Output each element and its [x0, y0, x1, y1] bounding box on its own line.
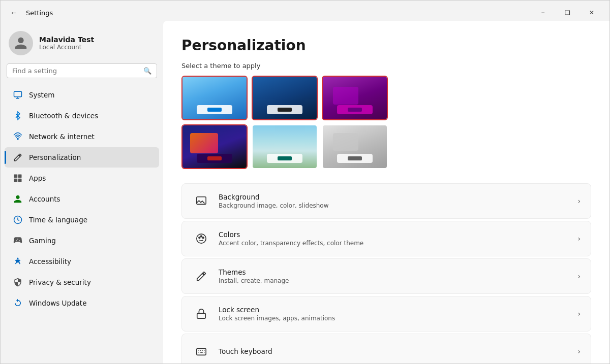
- network-icon: [13, 131, 23, 142]
- settings-item-colors[interactable]: Colors Accent color, transparency effect…: [181, 221, 591, 256]
- window-title: Settings: [26, 9, 53, 17]
- user-info: Malavida Test Local Account: [39, 36, 94, 51]
- theme-card-6[interactable]: [322, 124, 388, 169]
- sidebar: Malavida Test Local Account 🔍 System: [1, 21, 163, 363]
- svg-rect-13: [197, 313, 206, 318]
- personalization-icon: [13, 152, 23, 162]
- colors-icon: [192, 229, 210, 248]
- sidebar-item-system[interactable]: System: [5, 85, 159, 105]
- active-indicator: [5, 151, 6, 164]
- theme-section-label: Select a theme to apply: [181, 62, 591, 70]
- page-title: Personalization: [181, 37, 591, 54]
- svg-rect-3: [18, 175, 22, 178]
- main-content: Personalization Select a theme to apply: [163, 21, 609, 363]
- svg-rect-4: [14, 179, 18, 182]
- lockscreen-desc: Lock screen images, apps, animations: [219, 315, 577, 322]
- settings-item-lockscreen[interactable]: Lock screen Lock screen images, apps, an…: [181, 296, 591, 332]
- gaming-icon: [13, 236, 23, 246]
- themes-icon: [192, 267, 210, 285]
- nav-list: System Bluetooth & devices: [1, 84, 163, 314]
- sidebar-item-label: Accessibility: [29, 257, 71, 266]
- search-input[interactable]: [12, 67, 139, 75]
- lockscreen-icon: [192, 305, 210, 323]
- theme-card-3[interactable]: [322, 76, 388, 120]
- titlebar: ← Settings − ❑ ✕: [1, 1, 609, 21]
- time-icon: [13, 215, 23, 225]
- svg-point-7: [17, 258, 19, 259]
- search-icon: 🔍: [143, 67, 151, 75]
- avatar: [9, 31, 33, 55]
- settings-item-background[interactable]: Background Background image, color, slid…: [181, 183, 591, 219]
- back-button[interactable]: ←: [7, 6, 21, 20]
- sidebar-item-personalization[interactable]: Personalization: [5, 147, 159, 168]
- sidebar-item-privacy[interactable]: Privacy & security: [5, 272, 159, 292]
- search-box[interactable]: 🔍: [7, 63, 157, 78]
- background-text: Background Background image, color, slid…: [219, 193, 577, 209]
- theme-grid: [181, 76, 591, 169]
- touchkeyboard-title: Touch keyboard: [219, 347, 577, 355]
- chevron-right-icon: ›: [577, 197, 581, 205]
- chevron-right-icon: ›: [577, 272, 581, 280]
- svg-point-12: [202, 237, 204, 239]
- chevron-right-icon: ›: [577, 347, 581, 355]
- sidebar-item-time[interactable]: Time & language: [5, 210, 159, 230]
- touchkeyboard-text: Touch keyboard: [219, 347, 577, 355]
- theme-card-1[interactable]: [181, 76, 248, 120]
- colors-text: Colors Accent color, transparency effect…: [219, 230, 577, 247]
- sidebar-item-accounts[interactable]: Accounts: [5, 189, 159, 209]
- svg-point-10: [199, 237, 200, 239]
- colors-desc: Accent color, transparency effects, colo…: [219, 240, 577, 247]
- sidebar-item-label: Time & language: [29, 216, 87, 224]
- privacy-icon: [13, 277, 23, 287]
- sidebar-item-label: Bluetooth & devices: [29, 112, 98, 120]
- sidebar-item-label: Apps: [29, 174, 46, 182]
- user-name: Malavida Test: [39, 36, 94, 44]
- close-button[interactable]: ✕: [580, 5, 603, 21]
- svg-rect-5: [18, 179, 22, 182]
- lockscreen-title: Lock screen: [219, 306, 577, 314]
- titlebar-controls: − ❑ ✕: [531, 5, 603, 21]
- chevron-right-icon: ›: [577, 310, 581, 318]
- settings-item-themes[interactable]: Themes Install, create, manage ›: [181, 258, 591, 294]
- lockscreen-text: Lock screen Lock screen images, apps, an…: [219, 306, 577, 322]
- sidebar-item-update[interactable]: Windows Update: [5, 293, 159, 313]
- system-icon: [13, 90, 23, 100]
- sidebar-item-apps[interactable]: Apps: [5, 168, 159, 188]
- background-desc: Background image, color, slideshow: [219, 202, 577, 209]
- colors-title: Colors: [219, 230, 577, 239]
- sidebar-item-network[interactable]: Network & internet: [5, 126, 159, 147]
- sidebar-item-label: System: [29, 91, 54, 99]
- apps-icon: [13, 173, 23, 183]
- accounts-icon: [13, 194, 23, 204]
- sidebar-item-accessibility[interactable]: Accessibility: [5, 251, 159, 272]
- settings-list: Background Background image, color, slid…: [181, 183, 591, 363]
- svg-rect-14: [197, 349, 206, 355]
- accessibility-icon: [13, 256, 23, 267]
- update-icon: [13, 298, 23, 308]
- svg-rect-2: [14, 175, 18, 178]
- touchkeyboard-icon: [192, 342, 210, 360]
- svg-rect-0: [14, 91, 22, 97]
- sidebar-item-bluetooth[interactable]: Bluetooth & devices: [5, 106, 159, 126]
- theme-card-4[interactable]: [181, 124, 248, 169]
- bluetooth-icon: [13, 111, 23, 121]
- theme-card-5[interactable]: [252, 124, 318, 169]
- sidebar-item-label: Windows Update: [29, 299, 86, 307]
- background-title: Background: [219, 193, 577, 201]
- chevron-right-icon: ›: [577, 235, 581, 243]
- theme-card-2[interactable]: [252, 76, 318, 120]
- themes-title: Themes: [219, 268, 577, 276]
- settings-item-touchkeyboard[interactable]: Touch keyboard ›: [181, 334, 591, 363]
- sidebar-item-label: Accounts: [29, 195, 60, 203]
- user-account-type: Local Account: [39, 44, 94, 51]
- maximize-button[interactable]: ❑: [556, 5, 579, 21]
- settings-window: ← Settings − ❑ ✕ Malavida Test Local Acc…: [0, 0, 610, 364]
- sidebar-item-gaming[interactable]: Gaming: [5, 230, 159, 251]
- sidebar-item-label: Network & internet: [29, 133, 95, 141]
- user-profile: Malavida Test Local Account: [1, 25, 163, 63]
- window-content: Malavida Test Local Account 🔍 System: [1, 21, 609, 363]
- svg-point-1: [17, 138, 18, 139]
- themes-text: Themes Install, create, manage: [219, 268, 577, 284]
- sidebar-item-label: Privacy & security: [29, 278, 91, 286]
- minimize-button[interactable]: −: [531, 5, 555, 21]
